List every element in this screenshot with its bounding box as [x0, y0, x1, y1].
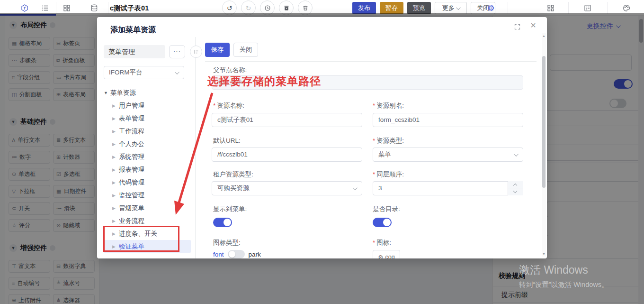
icon-type-row: font park	[213, 250, 261, 258]
parent-node-label: 父节点名称:	[213, 66, 247, 74]
tree-node-业务流程[interactable]: ▶业务流程	[104, 214, 191, 227]
watermark-line2: 转到“设置”以激活 Windows。	[519, 280, 608, 289]
tree-caret-icon[interactable]: ▶	[112, 219, 119, 223]
dialog-scrollbar[interactable]: ▲ ▼	[542, 33, 546, 257]
number-stepper[interactable]	[508, 181, 523, 195]
sibling-order-label: *同层顺序:	[373, 170, 404, 179]
tree-node-冒烟菜单[interactable]: ▶冒烟菜单	[104, 202, 191, 214]
tree-node-个人办公[interactable]: ▶个人办公	[104, 138, 191, 150]
scroll-up-icon[interactable]: ▲	[542, 34, 546, 37]
menu-group-box[interactable]: 菜单管理	[104, 45, 165, 58]
default-url-input[interactable]: /f/ccszib01	[212, 147, 362, 162]
divider	[56, 2, 56, 14]
icon-type-park-option[interactable]: park	[249, 251, 261, 258]
divider	[205, 61, 537, 62]
tree-caret-icon[interactable]: ▶	[112, 206, 119, 211]
publish-button[interactable]: 发布	[352, 2, 376, 14]
sibling-order-input[interactable]: 3	[373, 181, 523, 195]
icon-type-font-option[interactable]: font	[213, 251, 224, 258]
cog-icon: ⚙	[378, 254, 383, 259]
resource-alias-input[interactable]: form_ccszib01	[373, 113, 523, 127]
close-button[interactable]: 关闭	[233, 43, 258, 57]
default-url-label: 默认URL:	[213, 137, 241, 145]
page-title: c测试子表01	[110, 4, 149, 13]
resource-name-input[interactable]: c测试子表01	[212, 113, 362, 127]
tree-node-菜单资源[interactable]: ▼菜单资源	[104, 86, 191, 99]
step-up-icon[interactable]	[508, 181, 523, 188]
annotation-rectangle	[103, 226, 179, 252]
tenant-type-select[interactable]: 可购买资源	[212, 181, 362, 195]
tree-node-工作流程[interactable]: ▶工作流程	[104, 125, 191, 138]
close-icon[interactable]: ×	[528, 20, 539, 31]
fullscreen-icon[interactable]	[514, 23, 521, 32]
dialog-title: 添加菜单资源	[110, 25, 156, 35]
tree-node-报表管理[interactable]: ▶报表管理	[104, 163, 191, 176]
annotation-note: 选择要存储的菜单路径	[207, 74, 321, 89]
components-icon[interactable]	[61, 2, 73, 14]
preview-button[interactable]: 预览	[407, 2, 431, 14]
tree-node-表单管理[interactable]: ▶表单管理	[104, 112, 191, 125]
collapse-panel-icon[interactable]	[190, 46, 202, 58]
save-button[interactable]: 保存	[205, 43, 230, 57]
tree-node-代码管理[interactable]: ▶代码管理	[104, 176, 191, 189]
settings-gear-icon[interactable]: ⚙	[485, 2, 497, 14]
tree-caret-icon[interactable]: ▶	[112, 155, 119, 159]
form-config-icon[interactable]	[581, 2, 594, 14]
divider	[508, 2, 508, 14]
divider	[607, 2, 608, 14]
outline-icon[interactable]	[39, 2, 51, 14]
step-down-icon[interactable]	[508, 188, 523, 195]
divider	[568, 2, 569, 14]
is-directory-toggle[interactable]	[373, 218, 392, 227]
tree-node-监控管理[interactable]: ▶监控管理	[104, 189, 191, 202]
panel-divider	[195, 37, 196, 258]
datasource-icon[interactable]	[88, 2, 100, 14]
add-menu-resource-dialog: 添加菜单资源 × 菜单管理 ··· IFORM平台 ▼菜单资源▶用户管理▶表单管…	[97, 17, 547, 258]
show-in-menu-label: 显示到菜单:	[213, 205, 247, 213]
resource-name-label: *资源名称:	[213, 101, 244, 110]
scroll-down-icon[interactable]: ▼	[542, 252, 546, 256]
resource-alias-label: *资源别名:	[373, 101, 404, 110]
widgets-icon[interactable]	[545, 2, 557, 14]
divider	[108, 2, 108, 14]
tree-node-用户管理[interactable]: ▶用户管理	[104, 99, 191, 112]
windows-watermark: 激活 Windows 转到“设置”以激活 Windows。	[519, 263, 608, 289]
platform-select[interactable]: IFORM平台	[104, 66, 184, 79]
chevron-down-icon	[175, 70, 179, 74]
icon-picker-button[interactable]: ⚙cog	[373, 250, 400, 258]
chevron-down-icon	[456, 5, 461, 10]
resource-type-select[interactable]: 菜单	[373, 147, 523, 162]
more-button[interactable]: 更多	[435, 2, 467, 14]
theme-palette-icon[interactable]	[620, 2, 633, 14]
tree-caret-icon[interactable]: ▶	[112, 116, 119, 121]
app-logo-icon[interactable]	[18, 2, 31, 14]
more-options-button[interactable]: ···	[169, 45, 185, 58]
tree-caret-icon[interactable]: ▶	[112, 129, 119, 134]
icon-label: *图标:	[373, 239, 391, 247]
icon-type-label: 图标类型:	[213, 239, 241, 247]
tree-caret-icon[interactable]: ▶	[112, 103, 119, 108]
show-in-menu-toggle[interactable]	[213, 218, 232, 227]
watermark-line1: 激活 Windows	[519, 263, 608, 277]
tree-caret-icon[interactable]: ▶	[112, 193, 119, 198]
chevron-down-icon	[353, 185, 358, 190]
icon-type-toggle[interactable]	[228, 250, 245, 258]
draft-button[interactable]: 暂存	[380, 2, 403, 14]
tenant-type-label: 租户资源类型:	[213, 170, 253, 179]
resource-type-label: *资源类型:	[373, 137, 404, 145]
scrollbar-thumb[interactable]	[542, 56, 546, 188]
tree-caret-icon[interactable]: ▼	[104, 91, 110, 95]
tree-caret-icon[interactable]: ▶	[112, 180, 119, 185]
is-directory-label: 是否目录:	[373, 205, 400, 213]
tree-node-系统管理[interactable]: ▶系统管理	[104, 150, 191, 163]
chevron-down-icon	[514, 152, 519, 157]
tree-caret-icon[interactable]: ▶	[112, 167, 119, 172]
tree-caret-icon[interactable]: ▶	[112, 142, 119, 147]
